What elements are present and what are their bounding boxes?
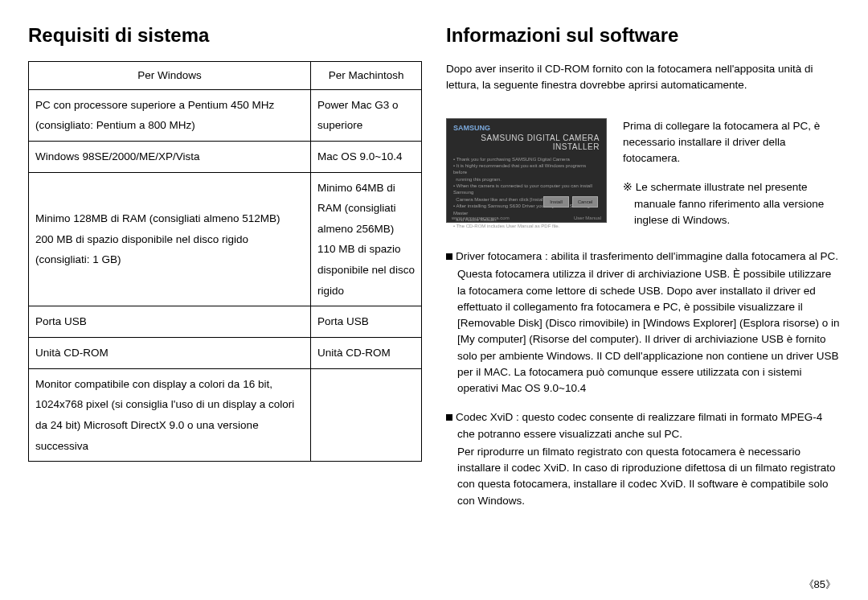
section-xvid: Codec XviD : questo codec consente di re… — [446, 409, 840, 509]
xvid-head: Codec XviD : questo codec consente di re… — [456, 411, 822, 439]
section-driver: Driver fotocamera : abilita il trasferim… — [446, 249, 840, 397]
page: Requisiti di sistema Per Windows Per Mac… — [0, 0, 868, 600]
cancel-button[interactable]: Cancel — [572, 196, 598, 208]
header-windows: Per Windows — [29, 62, 311, 90]
requirements-table: Per Windows Per Machintosh PC con proces… — [28, 61, 422, 462]
installer-line: • It is highly recommended that you exit… — [453, 162, 600, 176]
cell-ram-win: Minimo 128MB di RAM (consigliati almeno … — [29, 172, 311, 306]
install-button[interactable]: Install — [543, 196, 569, 208]
cell-os-mac: Mac OS 9.0~10.4 — [311, 141, 422, 172]
heading-requisiti: Requisiti di sistema — [28, 24, 422, 47]
cell-monitor-mac — [311, 368, 422, 462]
header-mac: Per Machintosh — [311, 62, 422, 90]
cell-cpu-win: PC con processore superiore a Pentium 45… — [29, 89, 311, 141]
driver-head: Driver fotocamera : abilita il trasferim… — [456, 250, 838, 262]
windows-note: ※ Le schermate illustrate nel presente m… — [623, 179, 840, 228]
left-column: Requisiti di sistema Per Windows Per Mac… — [28, 24, 422, 592]
square-bullet-icon — [446, 414, 452, 421]
cell-cdrom-win: Unità CD-ROM — [29, 338, 311, 369]
cell-monitor-win: Monitor compatibile con display a colori… — [29, 368, 311, 462]
cell-usb-win: Porta USB — [29, 306, 311, 338]
driver-body: Questa fotocamera utilizza il driver di … — [446, 266, 840, 397]
page-number: 《85》 — [804, 577, 836, 592]
installer-row: SAMSUNG SAMSUNG DIGITAL CAMERA INSTALLER… — [446, 118, 840, 229]
cell-ram-mac: Minimo 64MB di RAM (consigliati almeno 2… — [311, 172, 422, 306]
installer-line: • The CD-ROM includes User Manual as PDF… — [453, 223, 600, 229]
installer-title: SAMSUNG DIGITAL CAMERA INSTALLER — [453, 134, 600, 151]
cell-cpu-mac: Power Mac G3 o superiore — [311, 89, 422, 141]
installer-screenshot: SAMSUNG SAMSUNG DIGITAL CAMERA INSTALLER… — [446, 118, 607, 223]
right-column: Informazioni sul software Dopo aver inse… — [446, 24, 840, 592]
heading-software: Informazioni sul software — [446, 24, 840, 47]
square-bullet-icon — [446, 253, 452, 260]
installer-url: www.samsungcamera.com — [452, 216, 510, 220]
cell-cdrom-mac: Unità CD-ROM — [311, 338, 422, 369]
intro-text: Dopo aver inserito il CD-ROM fornito con… — [446, 61, 840, 94]
driver-note: Prima di collegare la fotocamera al PC, … — [623, 118, 840, 167]
installer-line: running this program. — [453, 176, 600, 183]
samsung-logo: SAMSUNG — [453, 124, 600, 132]
installer-line: • When the camera is connected to your c… — [453, 183, 600, 196]
installer-line: • Thank you for purchasing SAMSUNG Digit… — [453, 156, 600, 162]
xvid-body: Per riprodurre un filmato registrato con… — [446, 444, 840, 509]
installer-side-text: Prima di collegare la fotocamera al PC, … — [623, 118, 840, 229]
cell-usb-mac: Porta USB — [311, 306, 422, 338]
cell-os-win: Windows 98SE/2000/ME/XP/Vista — [29, 141, 311, 172]
installer-user-manual: User Manual — [574, 216, 601, 220]
